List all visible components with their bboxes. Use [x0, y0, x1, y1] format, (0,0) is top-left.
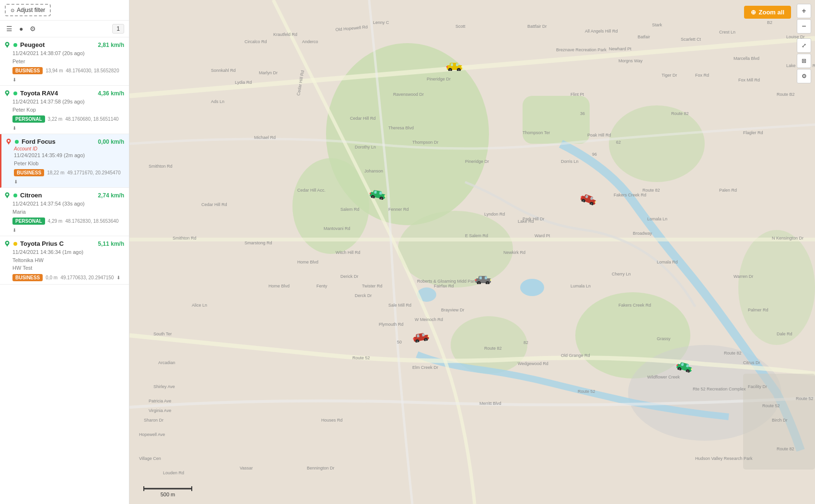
vehicle-datetime: 11/24/2021 14:35:49 (2m ago) — [14, 151, 124, 160]
svg-text:Roberts & Gloaming Midd Park: Roberts & Gloaming Midd Park — [417, 279, 477, 284]
vehicle-tag: BUSINESS — [14, 169, 44, 176]
vehicle-card-peugeot[interactable]: Peugeot 2,81 km/h 11/24/2021 14:38:07 (2… — [0, 37, 129, 86]
vehicle-header: Citroen 2,74 km/h — [5, 192, 124, 199]
svg-text:Scott: Scott — [455, 24, 466, 29]
car-icon-yellow-car[interactable] — [446, 61, 463, 71]
account-id-label: Account ID — [14, 146, 124, 151]
vehicle-speed: 5,11 km/h — [98, 241, 124, 247]
settings-button[interactable]: ⚙ — [28, 23, 37, 34]
svg-marker-1 — [6, 46, 9, 48]
svg-text:South Ter: South Ter — [153, 332, 172, 336]
svg-text:Ravenswood Dr: Ravenswood Dr — [393, 92, 424, 97]
svg-marker-7 — [7, 142, 10, 145]
svg-text:Hudson Valley Research Park: Hudson Valley Research Park — [695, 456, 753, 461]
svg-text:Flagler Rd: Flagler Rd — [743, 130, 763, 135]
vehicle-name: Toyota RAV4 — [20, 90, 58, 97]
svg-text:Route 52: Route 52 — [762, 403, 780, 408]
svg-text:Palen Rd: Palen Rd — [719, 188, 737, 193]
vehicle-card-toyota-prius-c[interactable]: Toyota Prius C 5,11 km/h 11/24/2021 14:3… — [0, 236, 129, 285]
svg-text:Route 82: Route 82 — [724, 351, 742, 355]
svg-text:Bennington Dr: Bennington Dr — [307, 466, 335, 470]
svg-text:96: 96 — [592, 152, 597, 157]
vehicle-driver: Peter Klob — [14, 160, 124, 168]
svg-point-14 — [6, 242, 8, 244]
svg-rect-19 — [523, 96, 590, 144]
svg-rect-191 — [490, 279, 491, 281]
vehicle-header: Toyota RAV4 4,36 km/h — [5, 90, 124, 97]
svg-text:Lomala Rd: Lomala Rd — [657, 260, 678, 264]
svg-text:Newhard Pt: Newhard Pt — [609, 46, 632, 51]
vehicle-card-citroen[interactable]: Citroen 2,74 km/h 11/24/2021 14:37:54 (3… — [0, 188, 129, 236]
svg-text:Old Grange Rd: Old Grange Rd — [561, 353, 590, 358]
svg-text:Michael Rd: Michael Rd — [254, 135, 276, 140]
vehicle-status-dot — [15, 140, 19, 144]
svg-text:Home Blvd: Home Blvd — [297, 260, 318, 264]
vehicle-driver: Peter — [12, 57, 124, 66]
svg-point-2 — [6, 43, 8, 45]
map-container[interactable]: ‹ — [129, 0, 815, 504]
list-icon: ☰ — [6, 25, 12, 33]
svg-text:Alice Ln: Alice Ln — [192, 303, 207, 308]
list-view-button[interactable]: ☰ — [5, 23, 14, 34]
vehicle-coords: 48.1762830, 18.5653640 — [65, 218, 118, 224]
svg-text:Thompson Dr: Thompson Dr — [412, 140, 439, 145]
svg-text:Louden Rd: Louden Rd — [163, 470, 184, 475]
svg-text:Marlyn Dr: Marlyn Dr — [259, 70, 278, 75]
svg-point-18 — [398, 211, 513, 287]
vehicle-datetime: 11/24/2021 14:37:58 (29s ago) — [12, 98, 124, 106]
zoom-all-button[interactable]: ⊕ Zoom all — [744, 6, 791, 19]
vehicle-header: Toyota Prius C 5,11 km/h — [5, 240, 124, 247]
svg-text:Lomala Ln: Lomala Ln — [647, 217, 667, 221]
svg-text:Tiger Dr: Tiger Dr — [662, 73, 677, 78]
svg-text:Smithton Rd: Smithton Rd — [173, 236, 197, 241]
svg-text:Poak Hill Rd: Poak Hill Rd — [587, 133, 611, 137]
sidebar: ⊙ Adjust filter ☰ ● ⚙ 1 Peugeot 2,81 km/… — [0, 0, 129, 504]
adjust-filter-button[interactable]: ⊙ Adjust filter — [5, 4, 51, 16]
layers-button[interactable]: ⊞ — [797, 54, 811, 68]
zoom-out-button[interactable]: − — [797, 19, 811, 34]
gear-icon: ⚙ — [30, 25, 36, 33]
dot-view-button[interactable]: ● — [18, 23, 24, 34]
zoom-in-button[interactable]: + — [797, 4, 811, 18]
svg-text:Lyndon Rd: Lyndon Rd — [484, 212, 505, 217]
svg-text:Houses Rd: Houses Rd — [321, 418, 343, 423]
svg-text:Shirley Ave: Shirley Ave — [153, 384, 175, 389]
svg-text:E Salem Rd: E Salem Rd — [465, 233, 488, 238]
svg-text:Wildflower Creek: Wildflower Creek — [647, 375, 680, 379]
vehicle-driver: Maria — [12, 208, 124, 216]
vehicle-status-dot — [13, 242, 17, 246]
vehicle-status-dot — [13, 92, 17, 95]
svg-text:Smithton Rd: Smithton Rd — [149, 164, 173, 169]
vehicle-card-toyota-rav4[interactable]: Toyota RAV4 4,36 km/h 11/24/2021 14:37:5… — [0, 86, 129, 134]
svg-text:Fox Rd: Fox Rd — [695, 73, 709, 78]
svg-text:Derck Dr: Derck Dr — [355, 293, 372, 298]
vehicle-list: Peugeot 2,81 km/h 11/24/2021 14:38:07 (2… — [0, 37, 129, 285]
car-icon-gray-car[interactable] — [475, 275, 492, 284]
svg-text:Sale Mill Rd: Sale Mill Rd — [388, 303, 411, 308]
svg-text:Fairfax Rd: Fairfax Rd — [434, 284, 454, 288]
svg-rect-161 — [461, 66, 463, 68]
map-settings-button[interactable]: ⚙ — [797, 69, 811, 83]
vehicle-name: Ford Focus — [22, 138, 56, 145]
svg-text:Sonnkahl Rd: Sonnkahl Rd — [211, 68, 236, 73]
svg-rect-155 — [456, 63, 458, 66]
vehicle-tags: BUSINESS 18,22 m 49.1771670, 20.2945470 … — [14, 169, 124, 184]
svg-rect-162 — [446, 66, 448, 68]
svg-text:Dorothy Ln: Dorothy Ln — [355, 145, 376, 149]
svg-text:Lake Rd: Lake Rd — [518, 219, 534, 224]
vehicle-tags: PERSONAL 4,29 m 48.1762830, 18.5653640 ⬇ — [12, 218, 124, 233]
svg-text:Facility Dr: Facility Dr — [748, 384, 767, 389]
svg-text:Flint Pt: Flint Pt — [570, 92, 584, 97]
svg-text:Crest Ln: Crest Ln — [719, 30, 735, 34]
expand-button[interactable]: ⤢ — [797, 38, 811, 53]
svg-rect-196 — [417, 334, 419, 338]
vehicle-distance: 0,0 m — [46, 275, 58, 280]
svg-marker-4 — [6, 94, 9, 96]
svg-text:Breznave Recreation Park: Breznave Recreation Park — [556, 47, 607, 52]
svg-text:Lenny C: Lenny C — [373, 20, 389, 25]
svg-rect-192 — [475, 279, 477, 281]
svg-text:Dale Rd: Dale Rd — [777, 332, 792, 336]
vehicle-card-ford-focus[interactable]: Ford Focus 0,00 km/h Account ID 11/24/20… — [0, 134, 129, 188]
download-icon: ⬇ — [12, 126, 16, 131]
svg-text:Krautfeld Rd: Krautfeld Rd — [273, 32, 297, 37]
